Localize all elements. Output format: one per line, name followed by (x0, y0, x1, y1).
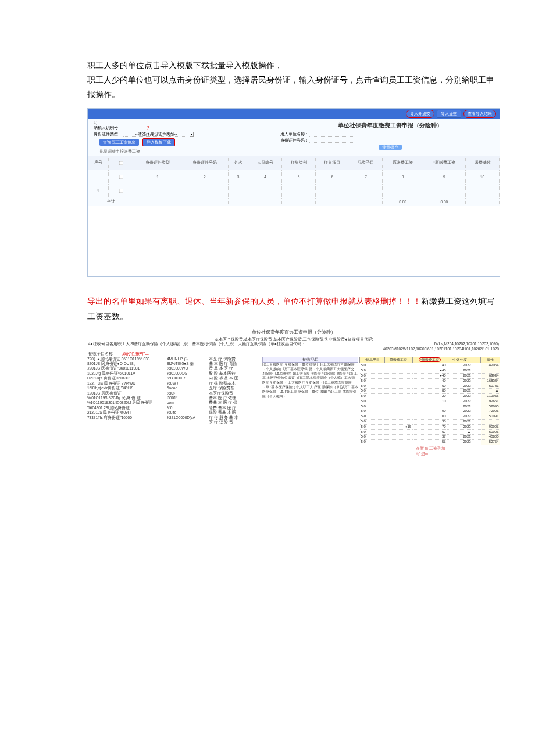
list-item: 费 基 本 医 疗 (209, 366, 261, 371)
col-name: 姓名 (228, 156, 248, 170)
batch-save-button[interactable]: 批量保存 (379, 145, 402, 150)
table-row: 5.000202372006 (360, 409, 500, 414)
rh-new: *新缴费工资 (412, 357, 447, 363)
report-codes: IWUv,M204,10202,10201,10202,1020) 40203M… (383, 342, 499, 352)
list-item: 保险 费基 本 医 (209, 410, 261, 415)
table-row: 5.010202392651 (360, 399, 500, 404)
report-sub: 基本医？保险费,基本医疗保险费,基本医疗保险费,工伤保险费,失业保险费●征收项目… (87, 336, 500, 342)
row-check[interactable] (119, 189, 124, 194)
list-item: 股 险 基本医行 (209, 371, 261, 376)
code-column: 4MHNHP )}) 8IJ%Tl%5●S 基%l01008WO%l01000O… (167, 357, 208, 456)
list-item: %0L (167, 406, 208, 410)
warning-paragraph: 导出的名单里如果有离职、退休、当年新参保的人员，单位不打算做申报就从表格删掉！！… (87, 294, 500, 323)
view-import-result-button[interactable]: 查看导入结果 (463, 110, 496, 118)
table-row: 5.0202023113965 (360, 394, 500, 399)
list-item: '5601* (167, 396, 208, 400)
list-item: 险费 基本 医 疗 (209, 406, 261, 410)
list-item: %l0> (167, 391, 208, 396)
table-row: 5.0402023168384 (360, 378, 500, 384)
import-button[interactable]: 导入提交 (437, 110, 461, 118)
list-item: 医 疗 汉 险 费 (209, 420, 261, 425)
list-item: %l01O119SIS20Jfg 民 身 份 证 (87, 396, 166, 400)
list-item: 基 本 医 疗 育险 (209, 361, 261, 366)
taxpayer-id-label: 纳税人识别号： (94, 126, 122, 130)
table-row: 5.067▲60006 (360, 429, 500, 435)
report-data-table: *征品子目 原缴费工资 *新缴费工资 *生效年度 操作 5.0402023420… (359, 357, 500, 446)
rh-op: 操作 (481, 357, 500, 363)
query-salary-button[interactable]: 查询员工工资信息 (99, 139, 139, 146)
col-sub: 品类子目 (349, 156, 383, 170)
list-item: %0W 广 (167, 381, 208, 386)
list-item: 5oooo (167, 386, 208, 390)
col-seq: 序号 (88, 156, 109, 170)
col-check[interactable] (108, 156, 134, 170)
col-old: 原缴费工资 (383, 156, 423, 170)
col-header-item: 征收品目 (262, 357, 358, 363)
intro-line-1: 职工人多的单位点击导入模版下载批量导入模版操作， (87, 60, 283, 70)
screenshot-2: 单位社保费年度百%工资申报（分险种） 基本医？保险费,基本医疗保险费,基本医疗保… (87, 328, 500, 456)
template-download-button[interactable]: 导入模板下载 (142, 138, 175, 146)
list-item: %I21O0000D(vA (167, 415, 208, 420)
list-item: 本医 疗 保险费 (209, 357, 261, 361)
list-item: 21201JS 民身份证'%09I l' (87, 410, 166, 415)
col-empno: 人员编号 (248, 156, 282, 170)
list-item: 费基 本 医 疗 保 (209, 400, 261, 405)
id-type-select[interactable]: --请选择身份证件类型-- (123, 132, 188, 137)
table-row: 1 2 3 4 5 6 7 8 9 10 (88, 170, 500, 184)
id-number-label: 身份证件号码： (280, 138, 309, 142)
list-item: 122、JIS 民身份证 3W4WU (87, 381, 166, 386)
report-folder-label: 征收子目名称： (88, 352, 117, 356)
list-item: 医疗 保险费基 (209, 386, 261, 390)
table-row: 5.9●402023 (360, 368, 500, 374)
batch-adjust-label: 批量调整申报缴费工资： (94, 148, 280, 156)
row-check[interactable] (119, 175, 124, 180)
table-row: 5.037202340800 (360, 435, 500, 440)
top-toolbar: 导入并提交 导入提交 查看导入结果 (88, 109, 500, 119)
intro-paragraph: 职工人多的单位点击导入模版下载批量导入模版操作， 职工人少的单位也可以点击身份证… (87, 58, 500, 102)
list-item: 1020Jfg 民身份证%l01011V (87, 371, 166, 376)
table-row: 1 (88, 184, 500, 198)
list-item: oom (167, 400, 208, 405)
employer-name-label: 用人单位名称： (280, 132, 309, 136)
list-item: 疗 行 股 务 基 本 (209, 415, 261, 420)
col-item: 征集项目 (315, 156, 349, 170)
report-hint-red: ！原的"性报有"工 (118, 352, 149, 356)
list-item: H201Jqft 身份证'3604301 (87, 376, 166, 381)
footer-note: 在新 m 工资列填 写 进m (416, 445, 500, 456)
report-proj-line: 4●征收号目名用职工大 SI基疗互助保险（个人缴纳）,职工基本医行保险（个人,职… (88, 342, 326, 352)
list-item: %l01008WO (167, 366, 208, 371)
col-idno: 身份证件号码 (181, 156, 229, 170)
rh-old: 原缴费工资 (384, 357, 412, 363)
list-item: 73371ffIs 府身份证"16500 (87, 415, 166, 420)
report-title: 单位社保费年度百%工资申报（分险种） (87, 328, 500, 336)
form-left: 纳税人识别号：❓ 身份证件类型： --请选择身份证件类型-- ▾ (94, 124, 280, 138)
salary-grid: 序号 身份证件类型 身份证件号码 姓名 人员编号 征集类别 征集项目 品类子目 … (88, 156, 500, 206)
id-type-label: 身份证件类型： (94, 132, 122, 136)
list-item: 15l0ih用extr身份证 '34%19 (87, 386, 166, 390)
table-row: 5.040202342054 (360, 363, 500, 368)
list-item: 基本 医 疗 侬理 (209, 396, 261, 400)
col-base: 缴费基数 (466, 156, 500, 170)
col-new: *新缴费工资 (423, 156, 465, 170)
import-submit-button[interactable]: 导入并提交 (406, 110, 434, 118)
list-item: 1201JS 居民身份证 (87, 391, 166, 396)
total-row: 合计 0.00 0.00 (88, 198, 500, 206)
list-item: 疗 保 险费基本 (209, 381, 261, 386)
col-cat: 征集类别 (282, 156, 316, 170)
list-item: 8IJ%Tl%5●S 基 (167, 361, 208, 366)
list-item: %B000007 (167, 376, 208, 381)
col-idtype: 身份证件类型 (134, 156, 181, 170)
warning-red: 导出的名单里如果有离职、退休、当年新参保的人员，单位不打算做申报就从表格删掉！！… (87, 296, 421, 306)
screenshot-1: 导入并提交 导入提交 查看导入结果 1) 纳税人识别号：❓ 身份证件类型： --… (87, 108, 500, 277)
form-right: 用人单位名称： 身份证件号码： (280, 131, 500, 144)
rh-sub: *征品子目 (360, 357, 385, 363)
fee-text-column: 本医 疗 保险费基 本 医 疗 育险费 基 本 医 疗股 险 基本医行内 险 券… (209, 357, 261, 456)
list-item: 720】■居民身份证 3601O119% 033 (87, 357, 166, 361)
table-row: 5.056202352754 (360, 440, 500, 445)
list-item: %0lfc (167, 410, 208, 415)
table-row: 5-000202350091 (360, 414, 500, 420)
list-item: ,/201JS 民身份证"3601011981 (87, 366, 166, 371)
table-row: 5.0802023▲ (360, 389, 500, 394)
insurance-desc-column: 征收品目 职工天额医疗 互肺保险（单位 缴纳）职工大额医疗互助保险（个人缴纳）职… (262, 357, 358, 456)
table-row: 5:0●1570202390006 (360, 424, 500, 429)
